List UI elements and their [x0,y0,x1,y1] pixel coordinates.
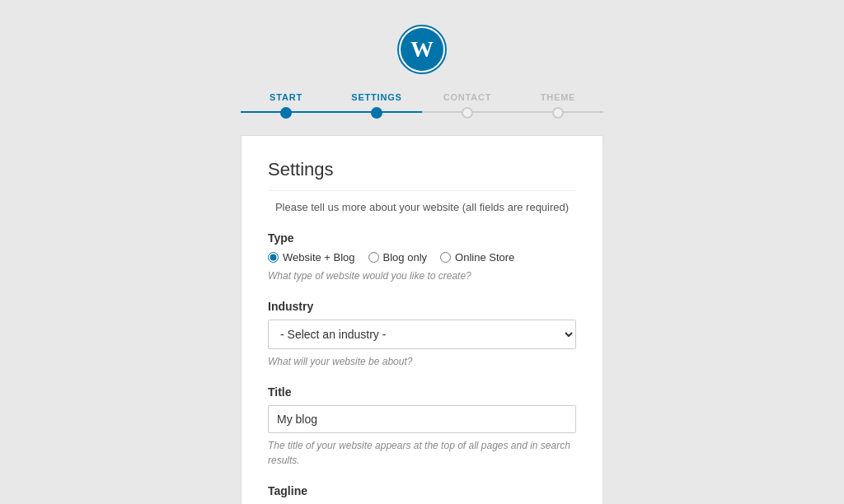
industry-label: Industry [268,300,576,313]
step-contact-dot [462,107,473,119]
step-settings-dot [371,107,382,119]
radio-online-store-label: Online Store [455,251,514,264]
step-start: START [241,92,331,119]
industry-select[interactable]: - Select an industry - Arts & Entertainm… [268,320,576,349]
title-group: Title The title of your website appears … [268,385,576,468]
wp-logo-container: W [397,25,447,92]
title-input[interactable] [268,405,576,433]
industry-group: Industry - Select an industry - Arts & E… [268,300,576,369]
progress-steps: START SETTINGS CONTACT THEME [241,92,603,119]
settings-card: Settings Please tell us more about your … [241,135,603,504]
step-theme-dot [552,107,564,119]
radio-blog-only-input[interactable] [368,252,379,263]
svg-text:W: W [410,36,434,62]
type-label: Type [268,231,576,245]
type-radio-group: Website + Blog Blog only Online Store [268,251,576,264]
step-start-dot [280,107,292,119]
title-label: Title [268,385,576,399]
card-title: Settings [268,159,576,191]
industry-hint: What will your website be about? [268,354,576,369]
type-hint: What type of website would you like to c… [268,268,576,283]
radio-blog-only-label: Blog only [383,251,427,264]
radio-online-store-input[interactable] [440,252,451,263]
step-contact: CONTACT [422,92,513,119]
step-theme: THEME [513,92,603,119]
tagline-label: Tagline [268,484,576,497]
type-group: Type Website + Blog Blog only Online Sto… [268,231,576,283]
radio-website-blog[interactable]: Website + Blog [268,251,355,264]
radio-website-blog-input[interactable] [268,252,279,263]
tagline-group: Tagline Think of the tagline as a slogan… [268,484,576,504]
radio-website-blog-label: Website + Blog [283,251,355,264]
radio-blog-only[interactable]: Blog only [368,251,427,264]
step-settings: SETTINGS [331,92,422,119]
title-hint: The title of your website appears at the… [268,438,576,468]
radio-online-store[interactable]: Online Store [440,251,514,264]
card-subtitle: Please tell us more about your website (… [268,201,576,213]
